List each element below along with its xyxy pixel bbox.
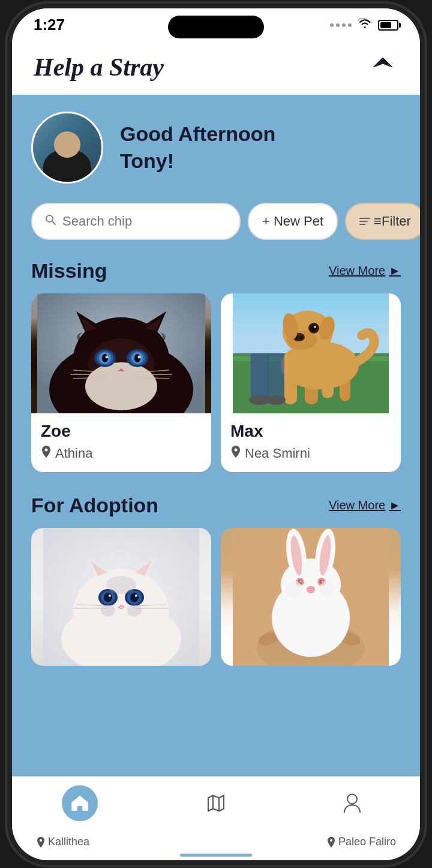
nav-map[interactable] bbox=[148, 785, 284, 821]
svg-point-44 bbox=[300, 336, 303, 339]
svg-point-20 bbox=[106, 355, 109, 358]
svg-point-70 bbox=[109, 594, 111, 597]
missing-pet-card-zoe[interactable]: Zoe Athina bbox=[31, 293, 211, 472]
svg-point-77 bbox=[101, 605, 115, 617]
location-pin-icon bbox=[41, 446, 52, 461]
adoption-card-ragdoll[interactable] bbox=[31, 528, 211, 666]
missing-pet-card-max[interactable]: Max Nea Smirni bbox=[221, 293, 401, 472]
svg-point-103 bbox=[330, 839, 332, 842]
filter-label: ≡Filter bbox=[374, 214, 411, 229]
svg-point-53 bbox=[266, 395, 286, 405]
wifi-icon bbox=[358, 18, 372, 32]
filter-icon bbox=[359, 218, 370, 225]
nav-location-right: Paleo Faliro bbox=[326, 836, 396, 848]
map-icon bbox=[198, 785, 234, 821]
svg-point-79 bbox=[106, 576, 136, 594]
adoption-pets-grid bbox=[31, 528, 401, 666]
rabbit-image bbox=[221, 528, 401, 666]
zoe-card-info: Zoe Athina bbox=[31, 413, 211, 472]
nav-location-left: Kallithea bbox=[36, 836, 89, 848]
svg-point-71 bbox=[135, 594, 137, 597]
search-icon bbox=[44, 214, 56, 229]
greeting-line2: Tony! bbox=[120, 148, 275, 174]
svg-point-102 bbox=[40, 839, 42, 842]
max-image bbox=[221, 293, 401, 413]
nav-home[interactable] bbox=[12, 785, 148, 821]
ragdoll-image bbox=[31, 528, 211, 666]
zoe-location: Athina bbox=[41, 446, 202, 461]
svg-point-98 bbox=[319, 581, 336, 597]
chevron-right-icon: ► bbox=[389, 264, 401, 278]
max-name: Max bbox=[230, 422, 391, 441]
svg-point-46 bbox=[310, 325, 317, 332]
svg-point-47 bbox=[314, 326, 316, 328]
max-location: Nea Smirni bbox=[230, 446, 391, 461]
search-row: + New Pet ≡Filter bbox=[31, 203, 401, 240]
status-icons bbox=[330, 18, 398, 32]
svg-point-54 bbox=[235, 448, 238, 451]
adoption-card-rabbit[interactable] bbox=[221, 528, 401, 666]
main-content: Good Afternoon Tony! + New Pet bbox=[12, 95, 420, 815]
home-icon bbox=[62, 785, 98, 821]
signal-icon bbox=[330, 23, 352, 27]
missing-section: Missing View More ► bbox=[31, 259, 401, 472]
svg-rect-51 bbox=[268, 353, 284, 401]
status-time: 1:27 bbox=[34, 16, 65, 34]
greeting-line1: Good Afternoon bbox=[120, 121, 275, 147]
zoe-name: Zoe bbox=[41, 422, 202, 441]
search-input-field[interactable] bbox=[62, 214, 227, 229]
svg-point-97 bbox=[286, 581, 302, 597]
avatar-image bbox=[33, 113, 101, 182]
missing-title: Missing bbox=[31, 259, 107, 283]
adoption-section: For Adoption View More ► bbox=[31, 494, 401, 666]
adoption-view-more[interactable]: View More ► bbox=[329, 498, 401, 512]
svg-line-27 bbox=[134, 374, 172, 375]
missing-view-more[interactable]: View More ► bbox=[329, 264, 401, 278]
location-pin-icon-2 bbox=[230, 446, 241, 461]
svg-point-68 bbox=[104, 593, 112, 602]
svg-point-95 bbox=[322, 580, 323, 582]
profile-icon bbox=[334, 785, 370, 821]
bottom-nav: Kallithea Paleo Faliro bbox=[12, 776, 420, 860]
svg-point-21 bbox=[138, 355, 141, 358]
app-title: Help a Stray bbox=[34, 53, 164, 82]
svg-point-69 bbox=[130, 593, 139, 602]
location-button[interactable] bbox=[367, 52, 398, 83]
filter-button[interactable]: ≡Filter bbox=[345, 203, 420, 240]
svg-point-96 bbox=[307, 586, 315, 592]
greeting-text: Good Afternoon Tony! bbox=[120, 121, 275, 173]
missing-pets-grid: Zoe Athina bbox=[31, 293, 401, 472]
dynamic-island bbox=[168, 16, 264, 38]
nav-profile[interactable] bbox=[284, 785, 420, 821]
user-greeting: Good Afternoon Tony! bbox=[31, 112, 401, 184]
svg-point-101 bbox=[347, 794, 357, 804]
svg-point-78 bbox=[127, 605, 142, 617]
missing-section-header: Missing View More ► bbox=[31, 259, 401, 283]
adoption-title: For Adoption bbox=[31, 494, 158, 517]
svg-line-1 bbox=[52, 221, 55, 224]
svg-point-94 bbox=[300, 580, 302, 582]
max-card-info: Max Nea Smirni bbox=[221, 413, 401, 472]
new-pet-button[interactable]: + New Pet bbox=[248, 203, 338, 240]
app-header: Help a Stray bbox=[12, 42, 420, 95]
nav-progress-bar bbox=[180, 854, 252, 857]
avatar bbox=[31, 112, 103, 184]
svg-rect-50 bbox=[251, 353, 269, 401]
battery-icon bbox=[378, 20, 398, 31]
zoe-image bbox=[31, 293, 211, 413]
svg-point-29 bbox=[45, 448, 48, 451]
chevron-right-icon-2: ► bbox=[389, 498, 401, 512]
adoption-section-header: For Adoption View More ► bbox=[31, 494, 401, 517]
svg-line-24 bbox=[70, 374, 108, 375]
search-chip-input[interactable] bbox=[31, 203, 241, 240]
